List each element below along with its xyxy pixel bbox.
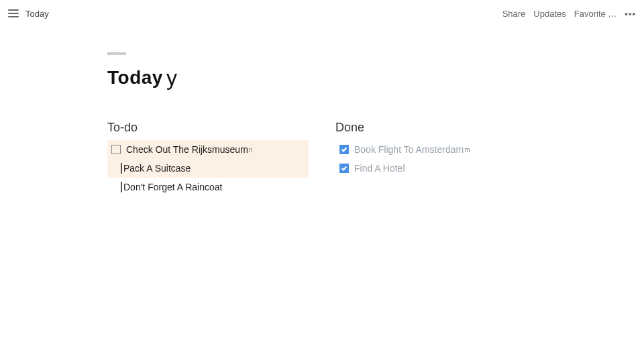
label-artifact: m [464,146,470,154]
list-item[interactable]: Check Out The Rijksmuseumn [107,140,309,159]
done-header[interactable]: Done [335,121,537,135]
list-item[interactable]: Find A Hotel [335,159,537,178]
label-artifact: n [249,146,253,154]
more-icon[interactable]: ••• [625,9,636,19]
share-button[interactable]: Share [502,9,526,19]
list-item[interactable]: Pack A Suitcase [107,159,309,178]
title-area: Today y [107,67,644,94]
menu-icon[interactable] [8,8,19,19]
updates-button[interactable]: Updates [533,9,566,19]
text-cursor-icon [121,182,122,192]
todo-column: To-do Check Out The RijksmuseumnPack A S… [107,121,309,196]
topbar-actions: Share Updates Favorite … ••• [502,9,636,19]
topbar: Today Share Updates Favorite … ••• [0,0,644,27]
topbar-left: Today [8,8,49,19]
title-decoration [107,52,126,55]
title-artifact: y [166,66,177,90]
page-content: Today y To-do Check Out The Rijksmuseumn… [0,27,644,196]
item-label: Check Out The Rijksmuseum [126,144,248,155]
item-label: Find A Hotel [354,163,405,174]
checkbox-empty-icon[interactable] [111,145,121,154]
item-label: Book Flight To Amsterdam [354,144,464,155]
checkbox-checked-icon[interactable] [339,145,349,154]
done-list: Book Flight To AmsterdammFind A Hotel [335,140,537,178]
todo-list: Check Out The RijksmuseumnPack A Suitcas… [107,140,309,196]
breadcrumb[interactable]: Today [25,9,49,19]
item-label: Don't Forget A Raincoat [123,182,222,192]
list-item[interactable]: Book Flight To Amsterdamm [335,140,537,159]
page-title[interactable]: Today [107,67,644,88]
board-columns: To-do Check Out The RijksmuseumnPack A S… [107,121,644,196]
list-item[interactable]: Don't Forget A Raincoat [107,178,309,196]
done-column: Done Book Flight To AmsterdammFind A Hot… [335,121,537,196]
favorite-button[interactable]: Favorite … [574,9,617,19]
todo-header[interactable]: To-do [107,121,309,135]
text-cursor-icon [121,163,122,174]
checkbox-checked-icon[interactable] [339,164,349,173]
item-label: Pack A Suitcase [123,163,191,174]
